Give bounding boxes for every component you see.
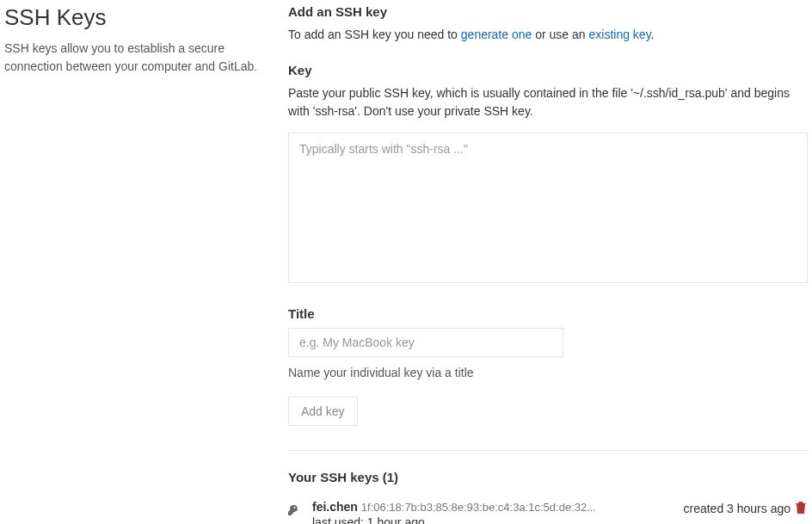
title-hint: Name your individual key via a title [288, 366, 808, 379]
page-title: SSH Keys [4, 4, 271, 31]
key-textarea[interactable] [288, 133, 808, 283]
add-key-heading: Add an SSH key [288, 4, 808, 19]
add-key-button[interactable]: Add key [288, 397, 358, 426]
key-hint: Paste your public SSH key, which is usua… [288, 84, 808, 120]
page-description: SSH keys allow you to establish a secure… [4, 40, 271, 76]
key-name: fei.chen [312, 500, 358, 514]
key-created: created 3 hours ago [674, 500, 790, 515]
intro-text: To add an SSH key you need to [288, 28, 461, 41]
trash-icon[interactable] [790, 500, 808, 516]
existing-key-link[interactable]: existing key [589, 28, 651, 41]
key-label: Key [288, 63, 808, 77]
title-label: Title [288, 306, 808, 321]
title-input[interactable] [288, 328, 563, 357]
key-icon [288, 500, 312, 520]
ssh-key-row: fei.chen 1f:06:18:7b:b3:85:8e:93:be:c4:3… [288, 500, 808, 524]
intro-text: or use an [532, 28, 588, 41]
intro-text: . [651, 28, 655, 41]
generate-one-link[interactable]: generate one [461, 28, 532, 41]
your-keys-heading: Your SSH keys (1) [288, 470, 808, 484]
key-fingerprint: 1f:06:18:7b:b3:85:8e:93:be:c4:3a:1c:5d:d… [361, 501, 596, 514]
add-key-intro: To add an SSH key you need to generate o… [288, 26, 808, 44]
key-last-used: last used: 1 hour ago [312, 515, 674, 524]
divider [288, 450, 808, 451]
